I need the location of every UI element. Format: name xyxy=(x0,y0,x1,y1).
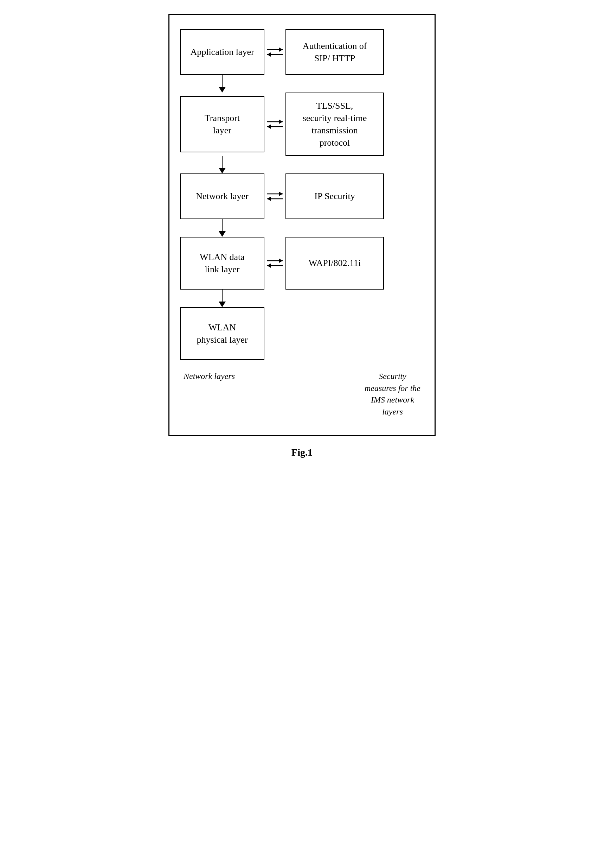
v-line-2 xyxy=(222,156,223,168)
v-connector-col xyxy=(180,75,264,93)
svg-marker-9 xyxy=(279,192,283,196)
row-wlan-data: WLAN datalink layer WAPI/802.11i xyxy=(180,237,424,290)
tls-label: TLS/SSL,security real-timetransmissionpr… xyxy=(303,99,367,149)
transport-layer-box: Transportlayer xyxy=(180,96,264,152)
right-col-app: Authentication ofSIP/ HTTP xyxy=(286,29,384,75)
v-arrow-2 xyxy=(219,156,226,174)
security-measures-label: Securitymeasures for theIMS networklayer… xyxy=(365,370,420,418)
diagram: Application layer xyxy=(180,29,424,360)
right-col-wlandata: WAPI/802.11i xyxy=(286,237,384,290)
connector-app-transport xyxy=(180,75,424,93)
right-col-transport: TLS/SSL,security real-timetransmissionpr… xyxy=(286,93,384,156)
bottom-labels: Network layers Securitymeasures for theI… xyxy=(180,370,424,418)
svg-marker-15 xyxy=(267,264,271,268)
connector-network-wlandata xyxy=(180,219,424,237)
svg-marker-13 xyxy=(279,259,283,263)
row-wlan-physical: WLANphysical layer xyxy=(180,307,424,360)
right-col-network: IP Security xyxy=(286,174,384,219)
auth-label: Authentication ofSIP/ HTTP xyxy=(303,40,367,64)
ipsec-box: IP Security xyxy=(286,174,384,219)
svg-marker-7 xyxy=(267,124,271,129)
row-transport: Transportlayer TLS/SSL,security real-tim… xyxy=(180,93,424,156)
transport-layer-label: Transportlayer xyxy=(205,112,240,136)
wapi-box: WAPI/802.11i xyxy=(286,237,384,290)
network-layers-label: Network layers xyxy=(184,370,235,418)
v-arrow-4 xyxy=(219,290,226,307)
svg-marker-1 xyxy=(279,48,283,52)
double-arrow-transport xyxy=(264,118,286,130)
ipsec-label: IP Security xyxy=(314,190,355,202)
connector-transport-network xyxy=(180,156,424,174)
application-layer-box: Application layer xyxy=(180,29,264,75)
svg-marker-3 xyxy=(267,53,271,57)
wlan-physical-label: WLANphysical layer xyxy=(196,321,247,346)
tls-box: TLS/SSL,security real-timetransmissionpr… xyxy=(286,93,384,156)
left-col-transport: Transportlayer xyxy=(180,96,264,152)
row-application: Application layer xyxy=(180,29,424,75)
left-col-wlandata: WLAN datalink layer xyxy=(180,237,264,290)
wlan-data-label: WLAN datalink layer xyxy=(200,251,245,276)
arrow-down-2 xyxy=(219,168,226,174)
left-col-app: Application layer xyxy=(180,29,264,75)
v-arrow-1 xyxy=(219,75,226,93)
arrow-wlandata xyxy=(264,257,286,269)
wlan-data-layer-box: WLAN datalink layer xyxy=(180,237,264,290)
v-line-3 xyxy=(222,219,223,231)
left-col-network: Network layer xyxy=(180,174,264,219)
arrow-down-1 xyxy=(219,87,226,93)
row-network: Network layer IP Security xyxy=(180,174,424,219)
left-col-wlanphysical: WLANphysical layer xyxy=(180,307,264,360)
application-layer-label: Application layer xyxy=(190,46,254,58)
v-arrow-3 xyxy=(219,219,226,237)
svg-marker-11 xyxy=(267,197,271,201)
arrow-network xyxy=(264,191,286,202)
v-line-4 xyxy=(222,290,223,302)
svg-marker-5 xyxy=(279,119,283,124)
page-container: Application layer xyxy=(151,14,453,458)
auth-box: Authentication ofSIP/ HTTP xyxy=(286,29,384,75)
network-layer-box: Network layer xyxy=(180,174,264,219)
v-connector-col-2 xyxy=(180,156,264,174)
connector-wlandata-wlanphysical xyxy=(180,290,424,307)
arrow-down-3 xyxy=(219,231,226,237)
v-line-1 xyxy=(222,75,223,87)
double-arrow-network xyxy=(264,191,286,202)
figure-caption: Fig.1 xyxy=(292,447,312,458)
v-connector-col-3 xyxy=(180,219,264,237)
wapi-label: WAPI/802.11i xyxy=(309,257,361,269)
arrow-app xyxy=(264,46,286,58)
double-arrow-wlandata xyxy=(264,257,286,269)
arrow-down-4 xyxy=(219,302,226,307)
wlan-physical-layer-box: WLANphysical layer xyxy=(180,307,264,360)
arrow-transport xyxy=(264,118,286,130)
double-arrow-app xyxy=(264,46,286,58)
network-layer-label: Network layer xyxy=(196,190,248,202)
v-connector-col-4 xyxy=(180,290,264,307)
outer-border: Application layer xyxy=(168,14,436,436)
